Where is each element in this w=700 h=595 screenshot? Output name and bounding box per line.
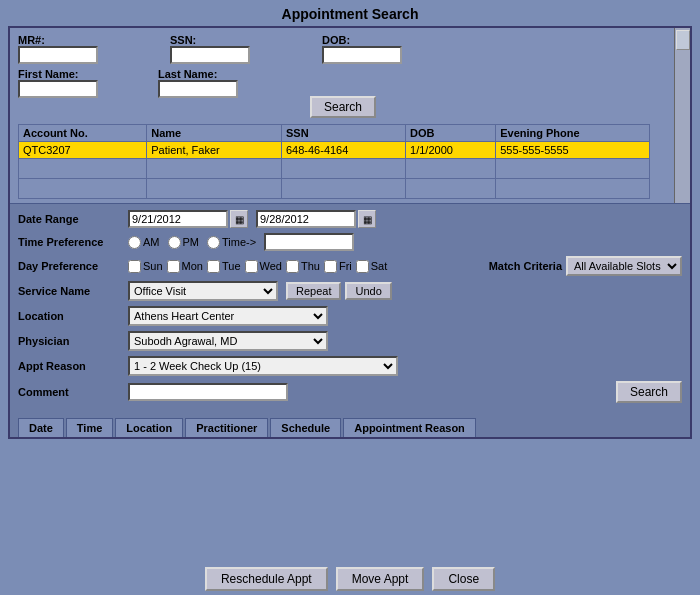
pm-radio-label[interactable]: PM xyxy=(168,236,200,249)
tab-practitioner[interactable]: Practitioner xyxy=(185,418,268,437)
mon-checkbox[interactable] xyxy=(167,260,180,273)
service-select[interactable]: Office Visit xyxy=(128,281,278,301)
appt-reason-row: Appt Reason 1 - 2 Week Check Up (15) xyxy=(18,356,682,376)
ssn-input[interactable] xyxy=(170,46,250,64)
comment-input[interactable] xyxy=(128,383,288,401)
cell-name: Patient, Faker xyxy=(147,142,282,159)
scrollbar-thumb[interactable] xyxy=(676,30,690,50)
time-pref-row: Time Preference AM PM Time-> xyxy=(18,233,682,251)
service-row: Service Name Office Visit Repeat Undo xyxy=(18,281,682,301)
col-phone: Evening Phone xyxy=(496,125,650,142)
sun-checkbox[interactable] xyxy=(128,260,141,273)
day-pref-row: Day Preference Sun Mon Tue Wed Thu Fri S… xyxy=(18,256,682,276)
location-row: Location Athens Heart Center xyxy=(18,306,682,326)
time-radio-label[interactable]: Time-> xyxy=(207,236,256,249)
tab-location[interactable]: Location xyxy=(115,418,183,437)
tab-schedule[interactable]: Schedule xyxy=(270,418,341,437)
date-range-label: Date Range xyxy=(18,213,128,225)
mr-input[interactable] xyxy=(18,46,98,64)
wed-check-label[interactable]: Wed xyxy=(245,260,282,273)
physician-select[interactable]: Subodh Agrawal, MD xyxy=(128,331,328,351)
tab-date[interactable]: Date xyxy=(18,418,64,437)
fri-check-label[interactable]: Fri xyxy=(324,260,352,273)
thu-check-label[interactable]: Thu xyxy=(286,260,320,273)
pm-radio[interactable] xyxy=(168,236,181,249)
appt-reason-select[interactable]: 1 - 2 Week Check Up (15) xyxy=(128,356,398,376)
date-end-cal-button[interactable]: ▦ xyxy=(358,210,376,228)
tabs-row: Date Time Location Practitioner Schedule… xyxy=(10,414,690,437)
cell-dob: 1/1/2000 xyxy=(406,142,496,159)
col-ssn: SSN xyxy=(281,125,405,142)
col-dob: DOB xyxy=(406,125,496,142)
sat-check-label[interactable]: Sat xyxy=(356,260,388,273)
sat-checkbox[interactable] xyxy=(356,260,369,273)
top-search-button[interactable]: Search xyxy=(310,96,376,118)
tue-checkbox[interactable] xyxy=(207,260,220,273)
empty-row xyxy=(19,159,650,179)
date-range-row: Date Range ▦ ▦ xyxy=(18,210,682,228)
day-pref-label: Day Preference xyxy=(18,260,128,272)
col-name: Name xyxy=(147,125,282,142)
table-row[interactable]: QTC3207 Patient, Faker 648-46-4164 1/1/2… xyxy=(19,142,650,159)
results-table: Account No. Name SSN DOB Evening Phone Q… xyxy=(18,124,650,199)
bottom-buttons: Reschedule Appt Move Appt Close xyxy=(0,559,700,595)
dob-input[interactable] xyxy=(322,46,402,64)
match-criteria-select[interactable]: All Available Slots xyxy=(566,256,682,276)
move-appt-button[interactable]: Move Appt xyxy=(336,567,425,591)
service-label: Service Name xyxy=(18,285,128,297)
appt-reason-label: Appt Reason xyxy=(18,360,128,372)
date-start-cal-button[interactable]: ▦ xyxy=(230,210,248,228)
page-title: Appointment Search xyxy=(0,0,700,26)
last-name-input[interactable] xyxy=(158,80,238,98)
am-radio[interactable] xyxy=(128,236,141,249)
first-name-label: First Name: xyxy=(18,68,98,80)
location-select[interactable]: Athens Heart Center xyxy=(128,306,328,326)
wed-checkbox[interactable] xyxy=(245,260,258,273)
dob-label: DOB: xyxy=(322,34,402,46)
comment-row: Comment Search xyxy=(18,381,682,403)
main-panel: MR#: SSN: DOB: First Name: xyxy=(8,26,692,439)
date-start-input[interactable] xyxy=(128,210,228,228)
time-pref-label: Time Preference xyxy=(18,236,128,248)
location-label: Location xyxy=(18,310,128,322)
col-account: Account No. xyxy=(19,125,147,142)
last-name-label: Last Name: xyxy=(158,68,238,80)
ssn-label: SSN: xyxy=(170,34,250,46)
time-value-input[interactable] xyxy=(264,233,354,251)
comment-label: Comment xyxy=(18,386,128,398)
fri-checkbox[interactable] xyxy=(324,260,337,273)
thu-checkbox[interactable] xyxy=(286,260,299,273)
reschedule-appt-button[interactable]: Reschedule Appt xyxy=(205,567,328,591)
cell-phone: 555-555-5555 xyxy=(496,142,650,159)
sun-check-label[interactable]: Sun xyxy=(128,260,163,273)
tab-time[interactable]: Time xyxy=(66,418,113,437)
search-button[interactable]: Search xyxy=(616,381,682,403)
mr-label: MR#: xyxy=(18,34,98,46)
scrollbar[interactable] xyxy=(674,28,690,203)
empty-row xyxy=(19,179,650,199)
tab-appointment-reason[interactable]: Appointment Reason xyxy=(343,418,476,437)
cell-account: QTC3207 xyxy=(19,142,147,159)
tue-check-label[interactable]: Tue xyxy=(207,260,241,273)
match-criteria-label: Match Criteria xyxy=(489,260,562,272)
date-end-input[interactable] xyxy=(256,210,356,228)
physician-label: Physician xyxy=(18,335,128,347)
undo-button[interactable]: Undo xyxy=(345,282,391,300)
mon-check-label[interactable]: Mon xyxy=(167,260,203,273)
repeat-button[interactable]: Repeat xyxy=(286,282,341,300)
am-radio-label[interactable]: AM xyxy=(128,236,160,249)
time-radio[interactable] xyxy=(207,236,220,249)
appt-form: Date Range ▦ ▦ Time Preference AM PM xyxy=(10,204,690,414)
top-search-area: MR#: SSN: DOB: First Name: xyxy=(10,28,690,204)
first-name-input[interactable] xyxy=(18,80,98,98)
cell-ssn: 648-46-4164 xyxy=(281,142,405,159)
bottom-spacer xyxy=(0,439,700,559)
close-button[interactable]: Close xyxy=(432,567,495,591)
physician-row: Physician Subodh Agrawal, MD xyxy=(18,331,682,351)
